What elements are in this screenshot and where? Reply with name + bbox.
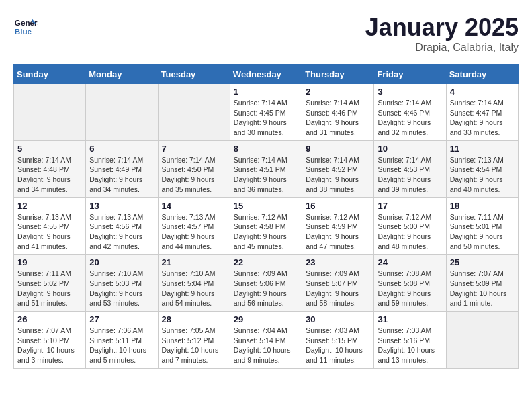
day-number: 16 [306, 201, 370, 211]
calendar-cell: 20 Sunrise: 7:10 AMSunset: 5:03 PMDaylig… [86, 255, 158, 312]
day-number: 15 [234, 201, 298, 211]
day-info: Sunrise: 7:14 AMSunset: 4:46 PMDaylight:… [378, 98, 442, 138]
day-info: Sunrise: 7:13 AMSunset: 4:57 PMDaylight:… [162, 212, 226, 252]
calendar-cell: 26 Sunrise: 7:07 AMSunset: 5:10 PMDaylig… [14, 312, 86, 369]
weekday-header: Tuesday [158, 65, 230, 84]
day-info: Sunrise: 7:13 AMSunset: 4:55 PMDaylight:… [17, 212, 82, 252]
calendar-cell: 1 Sunrise: 7:14 AMSunset: 4:45 PMDayligh… [230, 84, 302, 141]
month-title: January 2025 [365, 13, 519, 42]
day-info: Sunrise: 7:12 AMSunset: 5:00 PMDaylight:… [378, 212, 442, 252]
day-number: 8 [234, 144, 298, 154]
logo: General Blue [13, 13, 40, 38]
day-number: 13 [89, 201, 154, 211]
day-info: Sunrise: 7:09 AMSunset: 5:06 PMDaylight:… [234, 269, 298, 308]
title-block: January 2025 Drapia, Calabria, Italy [365, 13, 519, 54]
page-header: General Blue January 2025 Drapia, Calabr… [13, 13, 519, 54]
calendar-week-row: 19 Sunrise: 7:11 AMSunset: 5:02 PMDaylig… [14, 255, 519, 312]
day-info: Sunrise: 7:14 AMSunset: 4:46 PMDaylight:… [306, 98, 370, 138]
day-info: Sunrise: 7:14 AMSunset: 4:45 PMDaylight:… [234, 98, 298, 138]
day-number: 28 [162, 314, 226, 324]
calendar-cell: 21 Sunrise: 7:10 AMSunset: 5:04 PMDaylig… [158, 255, 230, 312]
weekday-header: Wednesday [230, 65, 302, 84]
calendar-table: SundayMondayTuesdayWednesdayThursdayFrid… [13, 64, 519, 369]
day-number: 11 [450, 144, 515, 154]
calendar-cell: 16 Sunrise: 7:12 AMSunset: 4:59 PMDaylig… [302, 197, 374, 255]
calendar-week-row: 5 Sunrise: 7:14 AMSunset: 4:48 PMDayligh… [14, 140, 519, 197]
calendar-cell: 2 Sunrise: 7:14 AMSunset: 4:46 PMDayligh… [302, 84, 374, 141]
day-info: Sunrise: 7:13 AMSunset: 4:56 PMDaylight:… [89, 212, 154, 252]
calendar-cell [86, 84, 158, 141]
location: Drapia, Calabria, Italy [365, 42, 519, 54]
calendar-week-row: 12 Sunrise: 7:13 AMSunset: 4:55 PMDaylig… [14, 197, 519, 255]
day-number: 24 [378, 257, 442, 267]
day-info: Sunrise: 7:09 AMSunset: 5:07 PMDaylight:… [306, 269, 370, 308]
calendar-cell: 23 Sunrise: 7:09 AMSunset: 5:07 PMDaylig… [302, 255, 374, 312]
day-info: Sunrise: 7:11 AMSunset: 5:01 PMDaylight:… [450, 212, 515, 252]
day-info: Sunrise: 7:06 AMSunset: 5:11 PMDaylight:… [89, 326, 154, 365]
calendar-cell: 10 Sunrise: 7:14 AMSunset: 4:53 PMDaylig… [374, 140, 446, 197]
day-number: 1 [234, 87, 298, 97]
day-number: 7 [162, 144, 226, 154]
day-number: 4 [450, 87, 515, 97]
calendar-cell: 22 Sunrise: 7:09 AMSunset: 5:06 PMDaylig… [230, 255, 302, 312]
day-info: Sunrise: 7:12 AMSunset: 4:58 PMDaylight:… [234, 212, 298, 252]
calendar-cell: 24 Sunrise: 7:08 AMSunset: 5:08 PMDaylig… [374, 255, 446, 312]
day-info: Sunrise: 7:10 AMSunset: 5:03 PMDaylight:… [89, 269, 154, 308]
day-info: Sunrise: 7:05 AMSunset: 5:12 PMDaylight:… [162, 326, 226, 365]
day-info: Sunrise: 7:14 AMSunset: 4:52 PMDaylight:… [306, 155, 370, 195]
day-number: 30 [306, 314, 370, 324]
day-info: Sunrise: 7:04 AMSunset: 5:14 PMDaylight:… [234, 326, 298, 365]
day-number: 9 [306, 144, 370, 154]
calendar-cell: 12 Sunrise: 7:13 AMSunset: 4:55 PMDaylig… [14, 197, 86, 255]
day-info: Sunrise: 7:12 AMSunset: 4:59 PMDaylight:… [306, 212, 370, 252]
calendar-week-row: 26 Sunrise: 7:07 AMSunset: 5:10 PMDaylig… [14, 312, 519, 369]
calendar-cell: 5 Sunrise: 7:14 AMSunset: 4:48 PMDayligh… [14, 140, 86, 197]
day-number: 27 [89, 314, 154, 324]
calendar-cell: 8 Sunrise: 7:14 AMSunset: 4:51 PMDayligh… [230, 140, 302, 197]
calendar-cell: 31 Sunrise: 7:03 AMSunset: 5:16 PMDaylig… [374, 312, 446, 369]
calendar-cell [446, 312, 518, 369]
calendar-cell: 15 Sunrise: 7:12 AMSunset: 4:58 PMDaylig… [230, 197, 302, 255]
calendar-cell: 30 Sunrise: 7:03 AMSunset: 5:15 PMDaylig… [302, 312, 374, 369]
day-number: 22 [234, 257, 298, 267]
day-number: 21 [162, 257, 226, 267]
day-info: Sunrise: 7:03 AMSunset: 5:15 PMDaylight:… [306, 326, 370, 365]
calendar-cell: 25 Sunrise: 7:07 AMSunset: 5:09 PMDaylig… [446, 255, 518, 312]
day-number: 12 [17, 201, 82, 211]
day-info: Sunrise: 7:03 AMSunset: 5:16 PMDaylight:… [378, 326, 442, 365]
day-number: 6 [89, 144, 154, 154]
day-info: Sunrise: 7:13 AMSunset: 4:54 PMDaylight:… [450, 155, 515, 195]
day-info: Sunrise: 7:14 AMSunset: 4:53 PMDaylight:… [378, 155, 442, 195]
svg-text:Blue: Blue [15, 27, 32, 36]
calendar-cell: 27 Sunrise: 7:06 AMSunset: 5:11 PMDaylig… [86, 312, 158, 369]
day-info: Sunrise: 7:07 AMSunset: 5:09 PMDaylight:… [450, 269, 515, 308]
calendar-cell: 29 Sunrise: 7:04 AMSunset: 5:14 PMDaylig… [230, 312, 302, 369]
day-info: Sunrise: 7:14 AMSunset: 4:51 PMDaylight:… [234, 155, 298, 195]
calendar-cell [14, 84, 86, 141]
weekday-header: Sunday [14, 65, 86, 84]
day-info: Sunrise: 7:08 AMSunset: 5:08 PMDaylight:… [378, 269, 442, 308]
day-number: 25 [450, 257, 515, 267]
calendar-cell: 19 Sunrise: 7:11 AMSunset: 5:02 PMDaylig… [14, 255, 86, 312]
day-number: 17 [378, 201, 442, 211]
day-number: 3 [378, 87, 442, 97]
calendar-cell: 4 Sunrise: 7:14 AMSunset: 4:47 PMDayligh… [446, 84, 518, 141]
day-number: 19 [17, 257, 82, 267]
day-info: Sunrise: 7:10 AMSunset: 5:04 PMDaylight:… [162, 269, 226, 308]
weekday-header: Thursday [302, 65, 374, 84]
calendar-cell [158, 84, 230, 141]
calendar-cell: 9 Sunrise: 7:14 AMSunset: 4:52 PMDayligh… [302, 140, 374, 197]
day-number: 10 [378, 144, 442, 154]
calendar-cell: 14 Sunrise: 7:13 AMSunset: 4:57 PMDaylig… [158, 197, 230, 255]
day-number: 31 [378, 314, 442, 324]
day-number: 23 [306, 257, 370, 267]
day-number: 5 [17, 144, 82, 154]
logo-icon: General Blue [13, 13, 38, 38]
day-number: 26 [17, 314, 82, 324]
weekday-header: Monday [86, 65, 158, 84]
day-info: Sunrise: 7:14 AMSunset: 4:50 PMDaylight:… [162, 155, 226, 195]
calendar-cell: 6 Sunrise: 7:14 AMSunset: 4:49 PMDayligh… [86, 140, 158, 197]
day-number: 18 [450, 201, 515, 211]
calendar-cell: 13 Sunrise: 7:13 AMSunset: 4:56 PMDaylig… [86, 197, 158, 255]
day-info: Sunrise: 7:07 AMSunset: 5:10 PMDaylight:… [17, 326, 82, 365]
